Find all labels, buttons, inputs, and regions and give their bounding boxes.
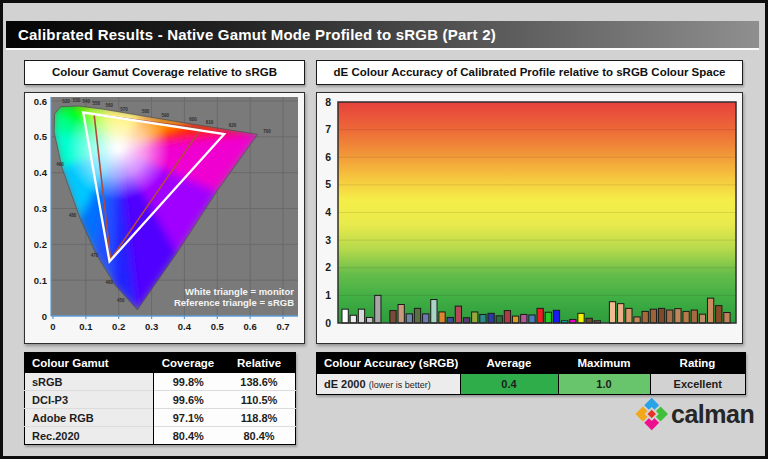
de-y-axis-tick-label: 1 bbox=[325, 289, 331, 301]
de-y-axis-tick-label: 7 bbox=[325, 123, 331, 135]
de-bar bbox=[390, 311, 396, 323]
wavelength-label: 610 bbox=[206, 120, 214, 125]
de-y-axis-tick-label: 0 bbox=[325, 317, 331, 329]
de-y-axis-tick-label: 5 bbox=[325, 178, 331, 190]
de-bar bbox=[398, 304, 404, 323]
gamut-relative-cell: 138.6% bbox=[223, 373, 296, 391]
cie-chromaticity-chart-box: 5205305405505605705805906006106207004904… bbox=[24, 92, 305, 344]
de-bar bbox=[642, 311, 648, 323]
de-bar bbox=[439, 312, 445, 323]
gamut-table-header-relative: Relative bbox=[223, 353, 296, 374]
wavelength-label: 460 bbox=[106, 280, 114, 285]
y-axis-tick-label: 0.6 bbox=[34, 96, 47, 107]
calman-logo: calman bbox=[633, 396, 754, 432]
de-bar bbox=[496, 316, 502, 323]
de-bar bbox=[650, 309, 656, 323]
de-bar bbox=[512, 316, 518, 323]
de-bar bbox=[634, 317, 640, 323]
de-bar bbox=[488, 313, 494, 323]
wavelength-label: 580 bbox=[142, 109, 150, 114]
gamut-table-row: Adobe RGB97.1%118.8% bbox=[25, 409, 296, 427]
de-bar bbox=[545, 312, 551, 323]
de-bar bbox=[480, 314, 486, 323]
de-bar bbox=[455, 306, 461, 323]
y-axis-tick-label: 0 bbox=[42, 311, 47, 322]
de2000-bar-chart: 876543210 bbox=[317, 93, 739, 340]
wavelength-label: 560 bbox=[106, 103, 114, 108]
de2000-bar-chart-box: 876543210 bbox=[316, 92, 743, 344]
calman-report-page: Calibrated Results - Native Gamut Mode P… bbox=[0, 0, 768, 459]
de-bar bbox=[472, 312, 478, 323]
x-axis-tick-label: 0.6 bbox=[244, 321, 257, 332]
accuracy-header-label: Colour Accuracy (sRGB) bbox=[317, 353, 461, 374]
gamut-table-row: Rec.202080.4%80.4% bbox=[25, 427, 296, 445]
gamut-coverage-cell: 80.4% bbox=[153, 427, 223, 445]
wavelength-label: 540 bbox=[83, 99, 91, 104]
de-bar bbox=[423, 314, 429, 323]
maximum-value-cell: 1.0 bbox=[558, 374, 650, 395]
average-value-cell: 0.4 bbox=[460, 374, 558, 395]
y-axis-tick-label: 0.3 bbox=[34, 203, 47, 214]
wavelength-label: 700 bbox=[263, 129, 271, 134]
cie-chromaticity-chart: 5205305405505605705805906006106207004904… bbox=[25, 93, 301, 340]
de-bar bbox=[367, 317, 373, 323]
annotation-reference-triangle: Reference triangle = sRGB bbox=[174, 297, 294, 308]
gamut-name-cell: Rec.2020 bbox=[25, 427, 154, 445]
y-axis-tick-label: 0.2 bbox=[34, 239, 47, 250]
rating-value-cell: Excellent bbox=[650, 374, 746, 395]
gamut-table-row: sRGB99.8%138.6% bbox=[25, 373, 296, 391]
de-bar bbox=[414, 308, 420, 323]
accuracy-table-header-row: Colour Accuracy (sRGB) Average Maximum R… bbox=[317, 353, 746, 374]
wavelength-label: 480 bbox=[69, 213, 77, 218]
de-bar bbox=[463, 318, 469, 323]
de2000-label-cell: dE 2000 (lower is better) bbox=[317, 374, 461, 395]
gamut-table-header-row: Colour Gamut Coverage Relative bbox=[25, 353, 296, 374]
gamut-relative-cell: 118.8% bbox=[223, 409, 296, 427]
gamut-table-row: DCI-P399.6%110.5% bbox=[25, 391, 296, 409]
de-bar bbox=[667, 310, 673, 323]
de-bar bbox=[626, 308, 632, 323]
report-title: Calibrated Results - Native Gamut Mode P… bbox=[18, 26, 496, 43]
x-axis-tick-label: 0.1 bbox=[79, 321, 93, 332]
de-bar bbox=[521, 314, 527, 323]
de-bar bbox=[658, 308, 664, 323]
de-bar bbox=[691, 310, 697, 323]
gamut-coverage-cell: 97.1% bbox=[153, 409, 223, 427]
accuracy-header-maximum: Maximum bbox=[558, 353, 650, 374]
wavelength-label: 530 bbox=[73, 98, 81, 103]
de-bar bbox=[553, 310, 559, 323]
wavelength-label: 470 bbox=[91, 253, 99, 258]
de-bar bbox=[707, 298, 713, 323]
de-bar bbox=[618, 304, 624, 323]
x-axis-tick-label: 0 bbox=[50, 321, 55, 332]
de-y-axis-tick-label: 2 bbox=[325, 261, 331, 273]
gamut-name-cell: DCI-P3 bbox=[25, 391, 154, 409]
gamut-relative-cell: 110.5% bbox=[223, 391, 296, 409]
de-y-axis-tick-label: 8 bbox=[325, 96, 331, 108]
de-bar bbox=[406, 314, 412, 323]
report-title-bar: Calibrated Results - Native Gamut Mode P… bbox=[6, 21, 759, 50]
de-bar bbox=[675, 309, 681, 323]
de-bar bbox=[716, 306, 722, 323]
gamut-coverage-cell: 99.6% bbox=[153, 391, 223, 409]
de-y-axis-tick-label: 6 bbox=[325, 151, 331, 163]
wavelength-label: 570 bbox=[120, 107, 128, 112]
wavelength-label: 620 bbox=[229, 123, 237, 128]
wavelength-label: 450 bbox=[117, 298, 125, 303]
x-axis-tick-label: 0.5 bbox=[211, 321, 225, 332]
x-axis-tick-label: 0.3 bbox=[145, 321, 158, 332]
wavelength-label: 600 bbox=[189, 117, 197, 122]
colour-accuracy-table: Colour Accuracy (sRGB) Average Maximum R… bbox=[316, 352, 746, 395]
wavelength-label: 490 bbox=[56, 162, 64, 167]
accuracy-header-rating: Rating bbox=[650, 353, 746, 374]
wavelength-label: 520 bbox=[62, 99, 70, 104]
de-bar bbox=[699, 314, 705, 323]
calman-logo-text: calman bbox=[671, 400, 754, 429]
gamut-name-cell: Adobe RGB bbox=[25, 409, 154, 427]
de-bar bbox=[683, 311, 689, 323]
y-axis-tick-label: 0.5 bbox=[34, 131, 48, 142]
y-axis-tick-label: 0.4 bbox=[34, 167, 48, 178]
y-axis-tick-label: 0.1 bbox=[34, 275, 48, 286]
x-axis-tick-label: 0.7 bbox=[276, 321, 289, 332]
de-bar bbox=[431, 300, 437, 323]
